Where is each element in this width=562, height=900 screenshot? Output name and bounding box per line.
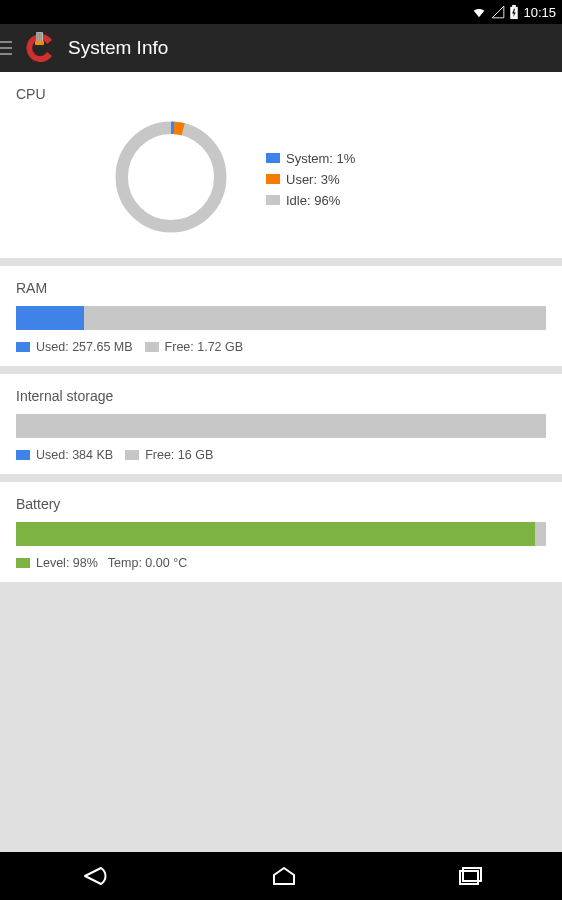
- battery-title: Battery: [16, 496, 546, 512]
- battery-card: Battery Level: 98% Temp: 0.00 °C: [0, 482, 562, 582]
- legend-system: System: 1%: [266, 151, 355, 166]
- storage-title: Internal storage: [16, 388, 546, 404]
- cpu-donut-svg: [106, 112, 236, 242]
- back-button[interactable]: [79, 864, 111, 888]
- storage-used-label: Used: 384 KB: [36, 448, 113, 462]
- swatch-grey: [266, 195, 280, 205]
- battery-bar: [16, 522, 546, 546]
- home-button[interactable]: [270, 864, 298, 888]
- ram-meta: Used: 257.65 MB Free: 1.72 GB: [16, 340, 546, 354]
- ram-bar-fill: [16, 306, 84, 330]
- storage-bar: [16, 414, 546, 438]
- status-time: 10:15: [523, 5, 556, 20]
- signal-icon: [491, 5, 505, 19]
- swatch-blue: [16, 450, 30, 460]
- swatch-blue: [266, 153, 280, 163]
- svg-rect-5: [41, 33, 42, 42]
- storage-meta: Used: 384 KB Free: 16 GB: [16, 448, 546, 462]
- content-scroll[interactable]: CPU System: 1% User: 3% Idle: 96% RAM: [0, 72, 562, 852]
- drawer-menu-icon[interactable]: [0, 41, 20, 55]
- legend-user: User: 3%: [266, 172, 355, 187]
- svg-rect-1: [513, 5, 517, 7]
- battery-meta: Level: 98% Temp: 0.00 °C: [16, 556, 546, 570]
- ram-card: RAM Used: 257.65 MB Free: 1.72 GB: [0, 266, 562, 366]
- svg-point-7: [122, 128, 221, 227]
- android-nav-bar: [0, 852, 562, 900]
- swatch-green: [16, 558, 30, 568]
- storage-free-label: Free: 16 GB: [145, 448, 213, 462]
- battery-bar-fill: [16, 522, 535, 546]
- ram-free-label: Free: 1.72 GB: [165, 340, 244, 354]
- battery-charging-icon: [509, 5, 519, 20]
- ram-title: RAM: [16, 280, 546, 296]
- battery-level-label: Level: 98%: [36, 556, 98, 570]
- svg-rect-3: [37, 33, 38, 42]
- cpu-card: CPU System: 1% User: 3% Idle: 96%: [0, 72, 562, 258]
- battery-temp-label: Temp: 0.00 °C: [108, 556, 187, 570]
- recent-apps-button[interactable]: [457, 865, 483, 887]
- android-status-bar: 10:15: [0, 0, 562, 24]
- svg-rect-6: [35, 41, 44, 45]
- svg-rect-4: [39, 33, 40, 42]
- app-title: System Info: [68, 37, 168, 59]
- cpu-donut-chart: [106, 112, 236, 246]
- ram-used-label: Used: 257.65 MB: [36, 340, 133, 354]
- swatch-orange: [266, 174, 280, 184]
- cpu-title: CPU: [16, 86, 546, 102]
- app-bar: System Info: [0, 24, 562, 72]
- storage-card: Internal storage Used: 384 KB Free: 16 G…: [0, 374, 562, 474]
- cpu-legend: System: 1% User: 3% Idle: 96%: [266, 151, 355, 208]
- ram-bar: [16, 306, 546, 330]
- swatch-grey: [145, 342, 159, 352]
- wifi-icon: [471, 5, 487, 19]
- legend-idle: Idle: 96%: [266, 193, 355, 208]
- swatch-grey: [125, 450, 139, 460]
- swatch-blue: [16, 342, 30, 352]
- ccleaner-logo-icon: [22, 30, 58, 66]
